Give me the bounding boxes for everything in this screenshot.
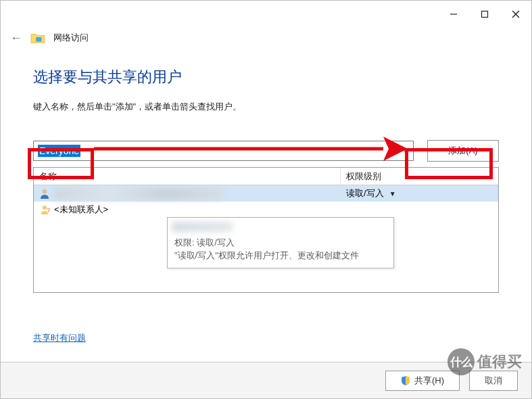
table-body: 读取/写入 ▼ ? <未知联系人> [34, 185, 498, 218]
svg-rect-1 [482, 11, 488, 18]
table-row[interactable]: 读取/写入 ▼ [34, 185, 498, 202]
table-header: 名称 权限级别 [34, 168, 498, 185]
titlebar [1, 1, 531, 28]
instruction-text: 键入名称，然后单击"添加"，或者单击箭头查找用户。 [33, 101, 499, 113]
network-folder-icon [30, 32, 45, 44]
shield-icon [401, 376, 410, 385]
redacted-username [54, 188, 223, 200]
svg-text:?: ? [47, 207, 50, 214]
column-header-permission[interactable]: 权限级别 [341, 168, 498, 185]
redacted-tooltip-name [172, 222, 233, 232]
dialog-window: ← 网络访问 选择要与其共享的用户 键入名称，然后单击"添加"，或者单击箭头查找… [0, 0, 532, 399]
breadcrumb-row: ← 网络访问 [1, 28, 531, 48]
dialog-title: 网络访问 [53, 32, 89, 44]
permission-value: 读取/写入 [346, 187, 384, 200]
name-combobox[interactable]: Everyone [33, 141, 414, 161]
svg-rect-4 [36, 37, 41, 41]
input-row: Everyone 添加(A) [33, 140, 499, 162]
chevron-down-icon[interactable]: ▼ [389, 190, 396, 197]
back-arrow-icon[interactable]: ← [10, 31, 22, 45]
add-button[interactable]: 添加(A) [427, 140, 499, 162]
maximize-button[interactable] [469, 3, 500, 25]
contact-name: <未知联系人> [54, 204, 108, 216]
page-heading: 选择要与其共享的用户 [33, 67, 499, 87]
watermark: 什么 值得买 [448, 348, 522, 375]
permission-tooltip: 权限: 读取/写入 "读取/写入"权限允许用户打开、更改和创建文件 [167, 217, 394, 268]
user-icon [39, 188, 50, 199]
tooltip-perm-label: 权限: [174, 237, 197, 248]
svg-point-5 [43, 189, 47, 193]
column-header-name[interactable]: 名称 [34, 168, 341, 185]
share-button-label: 共享(H) [414, 375, 444, 387]
dropdown-toggle[interactable] [398, 141, 413, 160]
close-button[interactable] [500, 3, 531, 25]
tooltip-perm-value: 读取/写入 [197, 237, 235, 248]
minimize-button[interactable] [438, 3, 469, 25]
table-row[interactable]: ? <未知联系人> [34, 202, 498, 218]
unknown-contact-icon: ? [39, 204, 50, 215]
tooltip-description: "读取/写入"权限允许用户打开、更改和创建文件 [174, 249, 387, 262]
sharing-help-link[interactable]: 共享时有问题 [33, 332, 86, 344]
